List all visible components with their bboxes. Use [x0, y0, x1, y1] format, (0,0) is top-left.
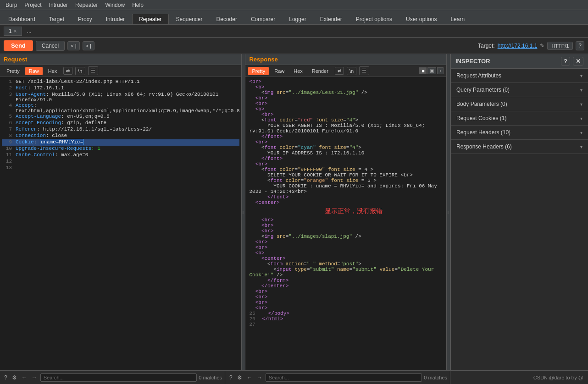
response-pretty-btn[interactable]: Pretty: [248, 67, 269, 75]
response-format-btn[interactable]: ⇌: [335, 67, 344, 75]
tab-decoder[interactable]: Decoder: [210, 14, 244, 24]
response-search-input[interactable]: [266, 373, 422, 382]
response-line: <img src="../images/Less-21.jpg" />: [249, 90, 443, 95]
response-line: <b>: [249, 250, 443, 256]
menu-project[interactable]: Project: [21, 1, 45, 9]
main-tab-bar: Dashboard Target Proxy Intruder Repeater…: [0, 10, 588, 25]
tab-comparer[interactable]: Comparer: [244, 14, 282, 24]
request-body[interactable]: 1 GET /sqli-labs/Less-22/index.php HTTP/…: [0, 77, 241, 370]
toggle-split-btn[interactable]: ▣: [427, 67, 436, 74]
request-pretty-btn[interactable]: Pretty: [3, 67, 23, 75]
target-info: Target: http://172.16.1.1 ✎ HTTP/1 ?: [478, 41, 584, 50]
tab-logger[interactable]: Logger: [283, 14, 312, 24]
tab-proxy[interactable]: Proxy: [72, 14, 99, 24]
request-line-1: 1 GET /sqli-labs/Less-22/index.php HTTP/…: [2, 79, 239, 85]
toggle-mini-btn[interactable]: ▪: [437, 67, 444, 74]
response-line: YOUR USER AGENT IS : Mozilla/5.0 (X11; L…: [249, 123, 443, 134]
request-search-input[interactable]: [40, 373, 197, 382]
request-format-btn[interactable]: ⇌: [63, 67, 72, 75]
inspector-cookies-row[interactable]: Request Cookies (1) ▾: [451, 111, 588, 125]
response-newline-btn[interactable]: \n: [347, 67, 356, 75]
response-line: YOUR IP ADDRESS IS : 172.16.1.10: [249, 150, 443, 156]
tab-learn[interactable]: Learn: [444, 14, 471, 24]
toggle-full-btn[interactable]: ■: [419, 67, 427, 74]
request-hex-btn[interactable]: Hex: [44, 67, 61, 75]
inspector-response-headers-row[interactable]: Response Headers (6) ▾: [451, 140, 588, 154]
tab-target[interactable]: Target: [43, 14, 71, 24]
menu-repeater[interactable]: Repeater: [72, 1, 101, 9]
chevron-left-icon: < |: [71, 43, 76, 49]
menu-burp[interactable]: Burp: [2, 1, 21, 9]
repeater-tab-more[interactable]: ...: [22, 27, 37, 36]
repeater-tab-1[interactable]: 1 ×: [4, 27, 22, 36]
menu-intruder[interactable]: Intruder: [45, 1, 72, 9]
response-line-27: 27: [249, 322, 443, 327]
response-line: <br>: [249, 239, 443, 245]
forward-button[interactable]: > |: [83, 41, 94, 50]
inspector-title: INSPECTOR: [455, 58, 490, 65]
close-tab-icon[interactable]: ×: [14, 28, 17, 34]
inspector-body-params-row[interactable]: Body Parameters (0) ▾: [451, 97, 588, 111]
tab-project-options[interactable]: Project options: [349, 14, 399, 24]
response-view-toolbar: Pretty Raw Hex Render ⇌ \n ☰ ■ ▣ ▪: [245, 65, 446, 77]
response-search-forward-icon[interactable]: →: [255, 374, 264, 381]
send-button[interactable]: Send: [4, 40, 33, 51]
response-bottom-settings-icon[interactable]: ⚙: [236, 374, 244, 381]
inspector-request-attributes-row[interactable]: Request Attributes ▾: [451, 69, 588, 82]
inspector-help-icon[interactable]: ?: [561, 57, 570, 66]
right-panel-divider[interactable]: ···: [447, 54, 450, 370]
back-button[interactable]: < |: [67, 41, 79, 50]
menu-help[interactable]: Help: [128, 1, 147, 9]
request-raw-btn[interactable]: Raw: [25, 67, 43, 75]
inspector-chevron-0: ▾: [580, 73, 582, 78]
main-panels: Request Pretty Raw Hex ⇌ \n ☰ 1 GET /sql…: [0, 54, 588, 370]
response-menu-btn[interactable]: ☰: [359, 66, 369, 75]
tab-dashboard[interactable]: Dashboard: [2, 14, 42, 24]
tab-sequencer[interactable]: Sequencer: [170, 14, 209, 24]
help-icon[interactable]: ?: [576, 41, 584, 50]
target-url[interactable]: http://172.16.1.1: [498, 43, 538, 49]
tab-intruder[interactable]: Intruder: [100, 14, 131, 24]
request-bottom-settings-icon[interactable]: ⚙: [11, 374, 18, 381]
request-search-back-icon[interactable]: ←: [20, 374, 28, 381]
request-search-forward-icon[interactable]: →: [30, 374, 39, 381]
response-raw-btn[interactable]: Raw: [271, 67, 288, 75]
response-line: <br>: [249, 300, 443, 305]
response-line: <br>: [249, 161, 443, 167]
inspector-chevron-2: ▾: [580, 102, 582, 107]
bottom-bar: ? ⚙ ← → 0 matches ? ⚙ ← → 0 matches CSDN…: [0, 370, 588, 384]
request-menu-btn[interactable]: ☰: [88, 66, 98, 75]
inspector-header-actions: ? ✕: [561, 57, 583, 66]
request-line-7: 7 Referer: http://172.16.1.1/sqli-labs/L…: [2, 126, 239, 133]
cancel-button[interactable]: Cancel: [36, 41, 65, 51]
request-line-13: 13: [2, 165, 239, 171]
request-line-5: 5 Accept-Language: en-US,en;q=0.5: [2, 114, 239, 120]
inspector-query-params-row[interactable]: Query Parameters (0) ▾: [451, 83, 588, 97]
inspector-request-attributes-label: Request Attributes: [456, 72, 501, 79]
tab-user-options[interactable]: User options: [399, 14, 443, 24]
panel-divider[interactable]: ···: [242, 54, 245, 370]
response-line: <form action=" " method="post">: [249, 261, 443, 267]
csdn-watermark: CSDN @dare to try @: [533, 375, 583, 380]
request-line-2: 2 Host: 172.16.1.1: [2, 85, 239, 92]
inspector-request-headers-row[interactable]: Request Headers (10) ▾: [451, 126, 588, 139]
inspector-panel: INSPECTOR ? ✕ Request Attributes ▾ Query…: [450, 54, 588, 370]
response-render-btn[interactable]: Render: [308, 67, 332, 75]
response-bottom-help-icon[interactable]: ?: [228, 374, 234, 381]
response-line: <font color="#FFFF00" font size = 4 >: [249, 167, 443, 172]
tab-extender[interactable]: Extender: [314, 14, 349, 24]
request-bottom-help-icon[interactable]: ?: [3, 374, 9, 381]
response-hex-btn[interactable]: Hex: [290, 67, 306, 75]
response-body[interactable]: <br> <b> <img src="../images/Less-21.jpg…: [245, 77, 446, 370]
menu-window[interactable]: Window: [101, 1, 128, 9]
inspector-close-icon[interactable]: ✕: [573, 57, 583, 66]
response-line: <b>: [249, 106, 443, 112]
response-line-25: 25 </body>: [249, 311, 443, 316]
target-label: Target:: [478, 43, 495, 49]
http-version-badge[interactable]: HTTP/1: [547, 42, 573, 50]
edit-target-icon[interactable]: ✎: [540, 43, 544, 49]
response-search-back-icon[interactable]: ←: [245, 374, 254, 381]
request-newline-btn[interactable]: \n: [75, 67, 85, 75]
inspector-section-request-headers: Request Headers (10) ▾: [451, 126, 588, 140]
tab-repeater[interactable]: Repeater: [132, 14, 168, 24]
